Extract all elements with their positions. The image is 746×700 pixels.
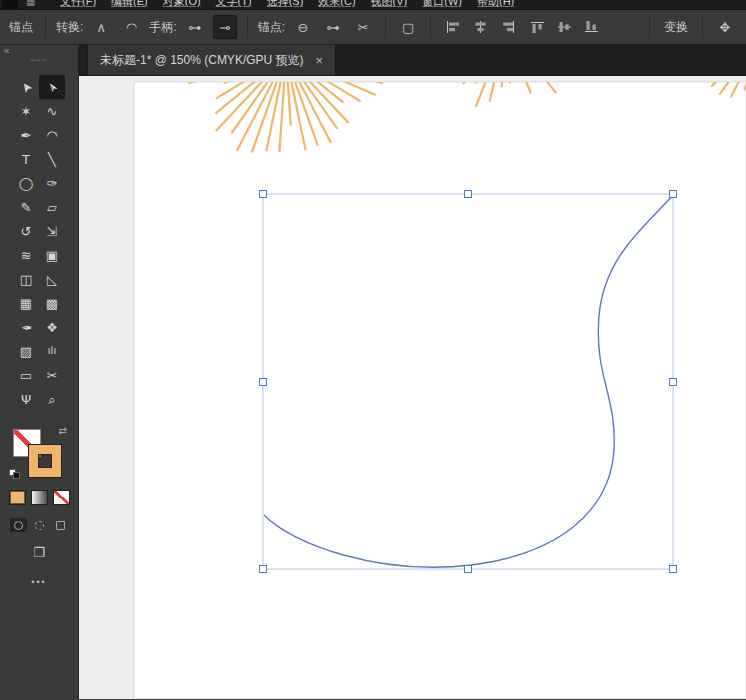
eyedropper-tool[interactable]: ✒ — [13, 315, 39, 339]
menu-item-8[interactable]: 帮助(H) — [477, 0, 514, 9]
column-graph-tool[interactable]: ılı — [39, 339, 65, 363]
stroke-color-well[interactable] — [29, 445, 61, 477]
width-tool[interactable]: ≋ — [13, 243, 39, 267]
draw-normal-button[interactable] — [10, 518, 27, 532]
horizontal-align-center-icon — [472, 20, 489, 34]
mesh-tool-icon: ▦ — [20, 297, 32, 310]
lasso-tool[interactable]: ∿ — [39, 99, 65, 123]
transform-button[interactable]: 变换 — [660, 17, 692, 38]
vertical-align-group — [525, 15, 603, 39]
free-transform-tool[interactable]: ▣ — [39, 243, 65, 267]
shape-builder-tool[interactable]: ◫ — [13, 267, 39, 291]
hand-tool[interactable]: Ψ — [13, 387, 39, 411]
remove-anchor-icon: ⊖ — [298, 20, 309, 35]
tools-panel-header: « ╍╍╍ — [0, 45, 78, 75]
canvas-area[interactable] — [79, 76, 746, 699]
paint-type-row — [9, 490, 70, 505]
hide-handles-button[interactable]: ⊸ — [213, 15, 237, 39]
pencil-tool[interactable]: ✎ — [13, 195, 39, 219]
menu-item-0[interactable]: 文件(F) — [60, 0, 96, 9]
eraser-tool-icon: ▱ — [47, 201, 57, 214]
selection-handle[interactable] — [670, 566, 677, 573]
separator — [385, 16, 386, 38]
mesh-tool[interactable]: ▦ — [13, 291, 39, 315]
tools-panel: « ╍╍╍ ➤➢✶∿✒◠T╲◯✑✎▱↺⇲≋▣◫◺▦▩✒❖▨ılı▭✂Ψ⌕ ⇄ — [0, 45, 79, 699]
magic-wand-tool[interactable]: ✶ — [13, 99, 39, 123]
workspace-grid-icon[interactable]: ▦ — [26, 0, 35, 7]
app-logo[interactable] — [2, 0, 18, 9]
selection-handle[interactable] — [465, 191, 472, 198]
vertical-align-top-button[interactable] — [525, 15, 549, 39]
direct-selection-tool-icon: ➢ — [44, 79, 61, 95]
screen-mode-button[interactable]: ❐ — [33, 545, 45, 560]
ellipse-tool[interactable]: ◯ — [13, 171, 39, 195]
cut-path-button[interactable]: ✂ — [351, 15, 375, 39]
separator — [430, 16, 431, 38]
swap-fill-stroke-icon[interactable]: ⇄ — [59, 425, 67, 436]
menu-item-1[interactable]: 编辑(E) — [111, 0, 148, 9]
menu-item-7[interactable]: 窗口(W) — [422, 0, 462, 9]
scale-tool[interactable]: ⇲ — [39, 219, 65, 243]
draw-behind-button[interactable] — [31, 518, 48, 532]
show-handles-button[interactable]: ⊶ — [183, 15, 207, 39]
panel-grip-handle[interactable]: ╍╍╍ — [30, 56, 47, 65]
selection-handle[interactable] — [260, 566, 267, 573]
connect-endpoints-button[interactable]: ⊶ — [321, 15, 345, 39]
artboard-tool[interactable]: ▭ — [13, 363, 39, 387]
type-tool[interactable]: T — [13, 147, 39, 171]
remove-anchor-button[interactable]: ⊖ — [291, 15, 315, 39]
close-tab-icon[interactable]: × — [316, 53, 324, 68]
zoom-tool[interactable]: ⌕ — [39, 387, 65, 411]
horizontal-align-group — [441, 15, 519, 39]
horizontal-align-right-button[interactable] — [495, 15, 519, 39]
vertical-align-bottom-button[interactable] — [579, 15, 603, 39]
isolate-object-button[interactable]: ▢ — [396, 15, 420, 39]
selection-handle[interactable] — [670, 191, 677, 198]
selection-handle[interactable] — [670, 379, 677, 386]
canvas-svg[interactable] — [79, 76, 746, 699]
slice-tool[interactable]: ✂ — [39, 363, 65, 387]
perspective-grid-tool[interactable]: ◺ — [39, 267, 65, 291]
collapse-panel-icon[interactable]: « — [4, 45, 10, 56]
document-tab-bar: 未标题-1* @ 150% (CMYK/GPU 预览) × — [79, 45, 746, 76]
horizontal-align-center-button[interactable] — [468, 15, 492, 39]
edit-toolbar-button[interactable]: ••• — [31, 577, 46, 587]
gradient-swatch-button[interactable] — [31, 490, 48, 505]
line-segment-tool[interactable]: ╲ — [39, 147, 65, 171]
symbol-sprayer-tool[interactable]: ▨ — [13, 339, 39, 363]
draw-inside-button[interactable] — [52, 518, 69, 532]
selection-handle[interactable] — [260, 379, 267, 386]
rotate-tool[interactable]: ↺ — [13, 219, 39, 243]
menu-item-5[interactable]: 效果(C) — [318, 0, 355, 9]
anchors-label: 锚点: — [258, 19, 285, 36]
blend-tool[interactable]: ❖ — [39, 315, 65, 339]
document-tab[interactable]: 未标题-1* @ 150% (CMYK/GPU 预览) × — [87, 45, 336, 75]
menu-item-4[interactable]: 选择(S) — [267, 0, 304, 9]
menu-item-3[interactable]: 文字(T) — [216, 0, 252, 9]
pen-tool[interactable]: ✒ — [13, 123, 39, 147]
blend-tool-icon: ❖ — [46, 321, 58, 334]
transform-panel-button[interactable]: ✥ — [713, 15, 737, 39]
curvature-tool[interactable]: ◠ — [39, 123, 65, 147]
color-swatch-button[interactable] — [9, 490, 26, 505]
gradient-tool[interactable]: ▩ — [39, 291, 65, 315]
convert-to-corner-button[interactable]: ∧ — [89, 15, 113, 39]
shape-builder-tool-icon: ◫ — [20, 273, 32, 286]
eraser-tool[interactable]: ▱ — [39, 195, 65, 219]
convert-to-smooth-button[interactable]: ◠ — [119, 15, 143, 39]
selection-handle[interactable] — [260, 191, 267, 198]
transform-icon: ✥ — [720, 20, 731, 35]
separator — [702, 16, 703, 38]
selection-handle[interactable] — [465, 566, 472, 573]
direct-selection-tool[interactable]: ➢ — [39, 75, 65, 99]
paintbrush-tool[interactable]: ✑ — [39, 171, 65, 195]
separator — [649, 16, 650, 38]
pen-tool-icon: ✒ — [21, 129, 32, 142]
menu-item-6[interactable]: 视图(V) — [371, 0, 408, 9]
default-colors-icon[interactable] — [9, 469, 21, 479]
selection-tool[interactable]: ➤ — [13, 75, 39, 99]
menu-item-2[interactable]: 对象(O) — [163, 0, 201, 9]
none-swatch-button[interactable] — [53, 490, 70, 505]
vertical-align-middle-button[interactable] — [552, 15, 576, 39]
horizontal-align-left-button[interactable] — [441, 15, 465, 39]
